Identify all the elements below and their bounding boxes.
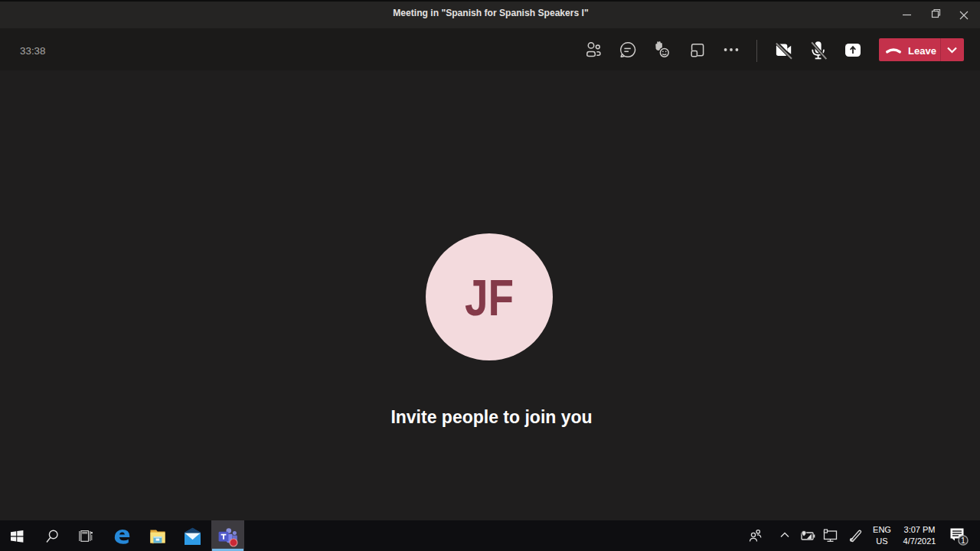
svg-text:1: 1 [961, 536, 965, 545]
